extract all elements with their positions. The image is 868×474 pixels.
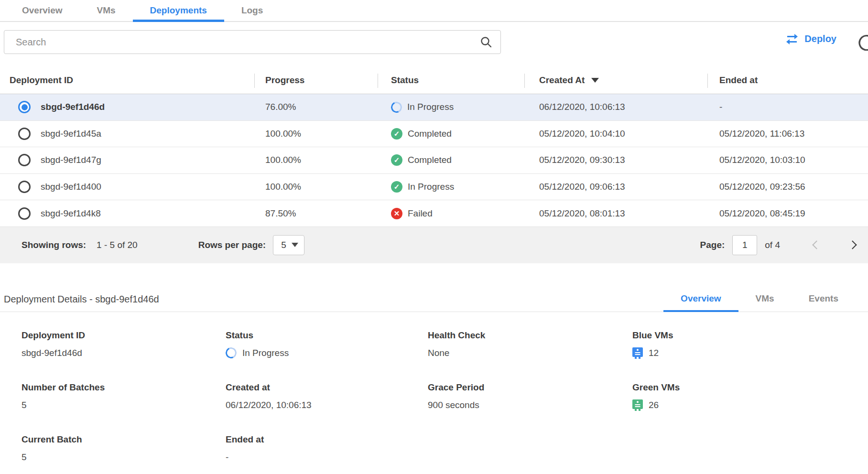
details-fields-grid: Deployment ID sbgd-9ef1d46d Status (0, 312, 868, 463)
vm-blue-icon (632, 347, 643, 359)
created-at-cell: 05/12/2020, 09:30:13 (524, 155, 707, 165)
column-header-deployment-id[interactable]: Deployment ID (0, 67, 254, 94)
detail-field-value: sbgd-9ef1d46d (22, 348, 82, 358)
next-page-icon[interactable] (848, 241, 857, 249)
radio-button[interactable] (18, 128, 31, 140)
column-header-progress[interactable]: Progress (254, 67, 378, 94)
detail-field-label: Ended at (226, 434, 428, 445)
table-row[interactable]: sbgd-9ef1d400 100.00% In Progress 05/12/… (0, 174, 868, 201)
table-row[interactable]: sbgd-9ef1d46d 76.00% In Progress 06/12/2… (0, 94, 868, 121)
vm-icon (632, 399, 643, 411)
vm-green-icon (632, 399, 643, 411)
status-text: Completed (408, 155, 452, 165)
detail-field-label: Grace Period (428, 382, 632, 393)
detail-field: Status In Progress (226, 330, 428, 359)
deployment-id-cell: sbgd-9ef1d400 (41, 182, 101, 192)
status-text: In Progress (408, 182, 454, 192)
radio-button[interactable] (18, 207, 31, 220)
created-at-cell: 05/12/2020, 08:01:13 (524, 208, 707, 219)
table-footer: Showing rows: 1 - 5 of 20 Rows per page:… (0, 227, 868, 263)
detail-field: Current Batch 5 (22, 434, 226, 463)
tab-label: Overview (22, 5, 63, 16)
detail-field: Grace Period 900 seconds (428, 382, 632, 411)
refresh-icon[interactable] (858, 33, 868, 51)
deploy-button[interactable]: Deploy (785, 33, 836, 44)
detail-field: Blue VMs 12 (632, 330, 868, 359)
tab-label: VMs (756, 293, 774, 303)
detail-field-label: Number of Batches (22, 382, 226, 393)
details-tab-overview[interactable]: Overview (663, 293, 738, 312)
showing-rows-label: Showing rows: (22, 240, 86, 250)
detail-field-label: Deployment ID (22, 330, 226, 341)
detail-field-value: 12 (649, 348, 659, 358)
chevron-down-icon (292, 243, 298, 247)
showing-rows-value: 1 - 5 of 20 (97, 240, 138, 250)
detail-field-value: 06/12/2020, 10:06:13 (226, 400, 312, 410)
detail-field-label: Blue VMs (632, 330, 868, 341)
search-icon (480, 36, 492, 48)
tab-deployments[interactable]: Deployments (133, 0, 224, 21)
tab-label: VMs (97, 5, 116, 16)
top-tab-bar: Overview VMs Deployments Logs (0, 0, 868, 22)
vm-icon (632, 347, 643, 359)
status-icon (391, 128, 402, 140)
progress-cell: 76.00% (254, 102, 378, 112)
radio-button[interactable] (18, 101, 31, 113)
detail-field: Green VMs 26 (632, 382, 868, 411)
detail-field-label: Green VMs (632, 382, 868, 393)
details-header: Deployment Details - sbgd-9ef1d46d Overv… (0, 282, 868, 312)
tab-logs[interactable]: Logs (224, 0, 280, 21)
page-label: Page: (700, 240, 725, 250)
detail-field-value: - (226, 452, 228, 463)
table-row[interactable]: sbgd-9ef1d47g 100.00% Completed 05/12/20… (0, 147, 868, 174)
table-row[interactable]: sbgd-9ef1d4k8 87.50% Failed 05/12/2020, … (0, 200, 868, 227)
details-tab-bar: Overview VMs Events (663, 293, 856, 312)
rows-per-page-select[interactable]: 5 (273, 235, 304, 255)
status-icon (391, 154, 402, 166)
tab-vms[interactable]: VMs (80, 0, 133, 21)
detail-field-label: Current Batch (22, 434, 226, 445)
toolbar: Deploy (0, 22, 868, 67)
status-text: Completed (408, 129, 452, 139)
page-number-input[interactable] (732, 235, 757, 255)
deployment-details-section: Deployment Details - sbgd-9ef1d46d Overv… (0, 282, 868, 463)
ended-at-cell: 05/12/2020, 08:45:19 (707, 208, 868, 219)
sort-desc-icon (591, 78, 599, 83)
rows-per-page-label: Rows per page: (198, 240, 266, 250)
previous-page-icon[interactable] (812, 241, 821, 249)
ended-at-cell: - (707, 102, 868, 112)
details-tab-vms[interactable]: VMs (738, 293, 792, 312)
detail-field: Number of Batches 5 (22, 382, 226, 411)
search-input[interactable] (4, 30, 501, 54)
created-at-cell: 06/12/2020, 10:06:13 (524, 102, 707, 112)
ended-at-cell: 05/12/2020, 09:23:56 (707, 182, 868, 192)
detail-field: Ended at - (226, 434, 428, 463)
progress-cell: 87.50% (254, 208, 378, 219)
column-header-created-at[interactable]: Created At (524, 67, 707, 94)
deploy-button-label: Deploy (804, 33, 836, 44)
tab-overview[interactable]: Overview (5, 0, 80, 21)
deployment-id-cell: sbgd-9ef1d4k8 (41, 208, 101, 219)
detail-field-label: Health Check (428, 330, 632, 341)
radio-button[interactable] (18, 154, 31, 166)
radio-button[interactable] (18, 181, 31, 193)
column-header-status[interactable]: Status (378, 67, 524, 94)
spinner-icon (224, 346, 238, 360)
created-at-cell: 05/12/2020, 09:06:13 (524, 182, 707, 192)
tab-label: Logs (241, 5, 263, 16)
tab-label: Events (809, 293, 838, 303)
status-icon (391, 208, 402, 219)
detail-field: Deployment ID sbgd-9ef1d46d (22, 330, 226, 359)
details-tab-events[interactable]: Events (792, 293, 856, 312)
detail-field: Created at 06/12/2020, 10:06:13 (226, 382, 428, 411)
detail-field-value: 5 (22, 452, 27, 463)
table-row[interactable]: sbgd-9ef1d45a 100.00% Completed 05/12/20… (0, 121, 868, 148)
column-header-ended-at[interactable]: Ended at (707, 67, 868, 94)
status-cell: Failed (378, 208, 524, 219)
pagination: Page: of 4 (700, 235, 856, 255)
detail-field-value: 26 (649, 400, 659, 410)
tab-label: Deployments (150, 5, 207, 16)
detail-field-value: 5 (22, 400, 27, 410)
status-icon (391, 181, 402, 193)
table-header-row: Deployment ID Progress Status Created At… (0, 67, 868, 94)
